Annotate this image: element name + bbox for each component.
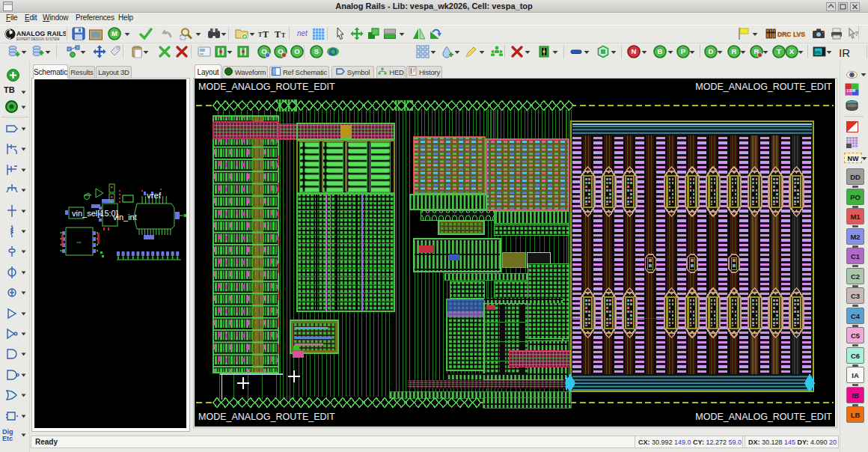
svg-text:X: X <box>789 47 795 55</box>
svg-text:MODE_ANALOG_ROUTE_EDIT: MODE_ANALOG_ROUTE_EDIT <box>198 82 335 92</box>
svg-text:T: T <box>777 47 781 55</box>
svg-text:EXPERT DESIGN SYSTEM: EXPERT DESIGN SYSTEM <box>16 37 59 41</box>
svg-text:O: O <box>294 47 299 55</box>
svg-text:DRC: DRC <box>777 31 791 38</box>
svg-text:B: B <box>658 47 663 55</box>
svg-text:MODE_ANALOG_ROUTE_EDIT: MODE_ANALOG_ROUTE_EDIT <box>695 412 832 422</box>
svg-text:D: D <box>709 47 714 55</box>
svg-text:T: T <box>275 29 281 40</box>
svg-text:LVS: LVS <box>793 31 805 38</box>
svg-text:S: S <box>314 47 319 55</box>
svg-text:vref: vref <box>147 191 162 200</box>
svg-text:R: R <box>732 47 737 55</box>
svg-text:sub: sub <box>76 240 82 244</box>
svg-text:T: T <box>281 32 286 39</box>
svg-text:N: N <box>632 47 637 55</box>
svg-text:MODE_ANALOG_ROUTE_EDIT: MODE_ANALOG_ROUTE_EDIT <box>198 412 335 422</box>
svg-text:ANALOG RAILS: ANALOG RAILS <box>16 30 66 37</box>
svg-text:vin_sel[15:0]: vin_sel[15:0] <box>72 209 118 218</box>
svg-text:net: net <box>297 29 308 37</box>
svg-text:?: ? <box>855 30 859 37</box>
svg-text:vin_int: vin_int <box>113 213 137 222</box>
svg-text:P: P <box>681 47 686 55</box>
svg-text:T: T <box>263 29 269 40</box>
svg-text:MODE_ANALOG_ROUTE_EDIT: MODE_ANALOG_ROUTE_EDIT <box>695 82 832 92</box>
svg-text:LSW: LSW <box>847 88 855 93</box>
svg-text:M: M <box>111 29 117 37</box>
svg-text:0%: 0% <box>815 50 821 55</box>
